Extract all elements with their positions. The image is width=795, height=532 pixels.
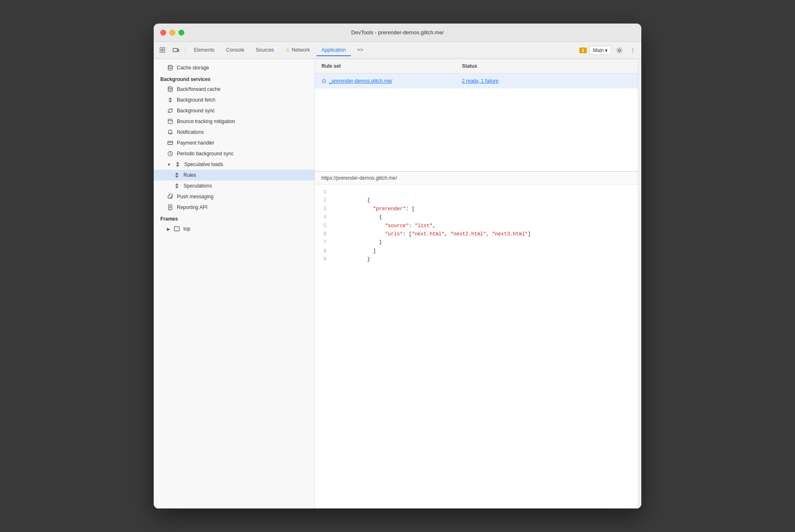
tab-elements[interactable]: Elements: [189, 45, 219, 56]
line-content: }: [331, 255, 638, 264]
sidebar-item-push-messaging[interactable]: Push messaging: [154, 191, 314, 202]
ruleset-link[interactable]: _prerender-demos.glitch.me/: [329, 78, 392, 84]
more-options-icon[interactable]: ⋮: [628, 46, 638, 55]
sidebar-item-rules[interactable]: Rules: [154, 170, 314, 180]
warning-icon: ⚠: [286, 47, 290, 53]
rules-icon: [174, 172, 180, 178]
line-content: [331, 188, 638, 196]
close-button[interactable]: [160, 30, 166, 36]
tab-sources[interactable]: Sources: [251, 45, 279, 56]
traffic-lights: [160, 30, 184, 36]
tab-more[interactable]: >>: [352, 45, 368, 56]
sidebar-label: Background fetch: [177, 97, 308, 103]
json-section: https://prerender-demos.glitch.me/ 1 2 {: [315, 171, 638, 508]
sidebar-item-top-frame[interactable]: ▶ top: [154, 223, 314, 234]
sidebar-item-speculative-loads[interactable]: ▼ Speculative loads: [154, 159, 314, 170]
main-target-dropdown[interactable]: Main ▾: [589, 46, 611, 55]
line-number: 4: [315, 213, 331, 221]
svg-rect-2: [160, 50, 162, 52]
sidebar-label: Speculations: [183, 183, 308, 189]
tab-network[interactable]: ⚠ Network: [281, 45, 315, 56]
bell-icon: [167, 129, 174, 135]
cache-storage-icon: [167, 64, 174, 71]
line-number: 1: [315, 188, 331, 196]
json-line-2: 2 {: [315, 196, 638, 204]
bounce-icon: [167, 118, 174, 125]
line-content: {: [331, 213, 638, 221]
card-icon: [167, 140, 174, 146]
svg-rect-5: [178, 49, 179, 52]
expand-icon: ▶: [167, 227, 170, 231]
json-content: 1 2 { 3 "prerender": [: [315, 185, 638, 508]
speculations-icon: [174, 183, 180, 189]
sidebar-label: Push messaging: [177, 194, 308, 200]
device-toggle-icon[interactable]: [170, 45, 182, 56]
separator-1: [185, 46, 186, 55]
content-area: Rule set Status ⊙ _prerender-demos.glitc…: [315, 59, 638, 508]
line-content: ]: [331, 247, 638, 255]
header-status: Status: [455, 62, 638, 71]
tab-application[interactable]: Application: [317, 45, 351, 56]
sync-icon: [167, 107, 174, 114]
svg-rect-4: [173, 48, 177, 52]
line-number: 2: [315, 196, 331, 204]
json-line-5: 5 "source": "list",: [315, 222, 638, 230]
svg-rect-3: [163, 50, 165, 52]
svg-rect-1: [163, 48, 165, 50]
sidebar-item-reporting-api[interactable]: Reporting API: [154, 202, 314, 213]
toolbar: Elements Console Sources ⚠ Network Appli…: [154, 42, 641, 59]
table-row[interactable]: ⊙ _prerender-demos.glitch.me/ 2 ready, 1…: [315, 74, 638, 88]
sidebar-label: Periodic background sync: [177, 151, 308, 157]
sidebar-item-back-forward-cache[interactable]: Back/forward cache: [154, 84, 314, 95]
cloud-icon: [167, 193, 174, 200]
sidebar-item-background-fetch[interactable]: Background fetch: [154, 95, 314, 105]
json-line-1: 1: [315, 188, 638, 196]
settings-icon[interactable]: [614, 45, 625, 56]
error-badge[interactable]: 2: [579, 48, 587, 53]
header-ruleset: Rule set: [315, 62, 455, 71]
minimize-button[interactable]: [169, 30, 175, 36]
toolbar-right: 2 Main ▾ ⋮: [579, 45, 638, 56]
line-content: "source": "list",: [331, 222, 638, 230]
line-number: 6: [315, 230, 331, 238]
sidebar-label: Background sync: [177, 108, 308, 114]
scrollbar[interactable]: [638, 59, 641, 508]
sidebar-section-frames: Frames: [154, 213, 314, 223]
sidebar-label: top: [183, 226, 308, 232]
svg-point-8: [168, 87, 172, 88]
sidebar-label: Payment handler: [177, 140, 308, 146]
main-content-area: Rule set Status ⊙ _prerender-demos.glitc…: [315, 59, 641, 508]
json-url-bar: https://prerender-demos.glitch.me/: [315, 172, 638, 185]
svg-point-6: [619, 49, 621, 51]
sidebar-item-background-sync[interactable]: Background sync: [154, 105, 314, 116]
devtools-window: DevTools - prerender-demos.glitch.me/ El…: [154, 24, 641, 508]
sidebar-item-notifications[interactable]: Notifications: [154, 127, 314, 138]
status-link[interactable]: 2 ready, 1 failure: [462, 78, 499, 84]
doc-icon: [167, 204, 174, 211]
sidebar-item-payment-handler[interactable]: Payment handler: [154, 138, 314, 148]
cursor-tool-icon[interactable]: [157, 45, 169, 56]
maximize-button[interactable]: [179, 30, 184, 36]
ruleset-cell: ⊙ _prerender-demos.glitch.me/: [315, 75, 455, 87]
arrows-updown-icon: [167, 97, 174, 103]
clock-icon: [167, 150, 174, 157]
sidebar-item-periodic-sync[interactable]: Periodic background sync: [154, 148, 314, 159]
svg-rect-0: [160, 48, 162, 50]
sidebar-item-speculations[interactable]: Speculations: [154, 180, 314, 191]
sidebar-label: Back/forward cache: [177, 86, 308, 92]
svg-rect-13: [174, 227, 179, 231]
json-line-4: 4 {: [315, 213, 638, 221]
sidebar-item-cache-storage[interactable]: Cache storage: [154, 62, 314, 73]
window-title: DevTools - prerender-demos.glitch.me/: [351, 29, 444, 36]
sidebar: Cache storage Background services Back/f…: [154, 59, 315, 508]
ruleset-circle-icon: ⊙: [321, 78, 326, 84]
line-content: "urls": ["next.html", "next2.html", "nex…: [331, 230, 638, 238]
line-content: "prerender": [: [331, 205, 638, 213]
json-line-7: 7 }: [315, 238, 638, 247]
tab-console[interactable]: Console: [221, 45, 249, 56]
sidebar-label: Notifications: [177, 129, 308, 135]
status-cell: 2 ready, 1 failure: [455, 76, 638, 86]
sidebar-item-bounce-tracking[interactable]: Bounce tracking mitigation: [154, 116, 314, 127]
speculative-loads-icon: [174, 161, 181, 168]
sidebar-label: Reporting API: [177, 204, 308, 210]
